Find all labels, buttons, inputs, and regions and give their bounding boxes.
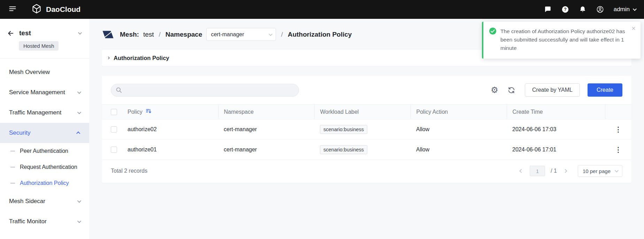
table-row: authorize01 cert-manager scenario:busine… — [102, 140, 631, 160]
mesh-value: test — [143, 31, 154, 38]
brand-name: DaoCloud — [46, 5, 80, 14]
sidebar: test Hosted Mesh Mesh Overview Service M… — [0, 19, 89, 239]
sidebar-item-label: Authorization Policy — [20, 180, 69, 186]
daocloud-logo-icon — [31, 3, 42, 16]
cell-policy-action: Allow — [416, 126, 429, 132]
breadcrumb-separator: / — [281, 31, 283, 38]
table-header-row: Policy Namespace Workload Label Policy A… — [102, 105, 631, 119]
refresh-icon[interactable] — [507, 85, 516, 95]
avatar-icon[interactable] — [596, 6, 604, 13]
row-checkbox[interactable] — [111, 147, 117, 153]
create-by-yaml-button[interactable]: Create by YAML — [525, 83, 580, 97]
close-icon[interactable]: × — [631, 25, 636, 32]
brand-logo[interactable]: DaoCloud — [31, 3, 80, 16]
table-footer: Total 2 records / 1 10 per page — [102, 160, 631, 183]
page-title: Authorization Policy — [288, 31, 352, 38]
chevron-down-icon — [77, 199, 81, 203]
chevron-down-icon — [77, 110, 81, 114]
cell-policy-action: Allow — [416, 147, 429, 152]
hamburger-icon — [8, 5, 17, 14]
breadcrumb-separator: / — [159, 31, 161, 38]
mesh-selector[interactable]: test — [19, 29, 73, 37]
mesh-label: Mesh: — [120, 31, 139, 38]
column-header-policy-action: Policy Action — [416, 109, 448, 115]
dash-icon — [10, 183, 15, 184]
toast-message: The creation of Authorization Policy aut… — [500, 27, 625, 52]
cell-policy: authorize01 — [128, 147, 157, 152]
chevron-down-icon — [615, 169, 619, 172]
success-check-icon — [489, 27, 497, 36]
svg-text:?: ? — [564, 7, 567, 12]
username: admin — [614, 6, 630, 13]
sidebar-item-peer-authentication[interactable]: Peer Authentication — [0, 143, 89, 159]
divider — [0, 58, 89, 59]
sidebar-item-label: Mesh Sidecar — [9, 198, 77, 205]
cell-namespace: cert-manager — [224, 147, 257, 152]
hosted-mesh-badge: Hosted Mesh — [19, 41, 59, 51]
cell-create-time: 2024-06-06 17:01 — [512, 147, 556, 152]
table-row: authorize02 cert-manager scenario:busine… — [102, 119, 631, 140]
column-header-workload-label: Workload Label — [320, 109, 359, 115]
message-icon[interactable] — [544, 6, 552, 13]
sidebar-item-mesh-sidecar[interactable]: Mesh Sidecar — [0, 191, 89, 211]
policy-table: Policy Namespace Workload Label Policy A… — [102, 104, 631, 160]
page-number-input[interactable] — [530, 166, 545, 176]
sidebar-item-label: Service Management — [9, 89, 77, 96]
chevron-right-icon — [107, 57, 110, 59]
sidebar-item-traffic-monitor[interactable]: Traffic Monitor — [0, 211, 89, 232]
page-count: / 1 — [551, 168, 557, 174]
chevron-down-icon[interactable] — [78, 31, 82, 35]
sidebar-item-mesh-overview[interactable]: Mesh Overview — [0, 62, 89, 82]
menu-toggle[interactable] — [8, 5, 17, 14]
search-box — [111, 84, 299, 97]
namespace-select-value: cert-manager — [211, 31, 244, 38]
cell-policy: authorize02 — [128, 126, 157, 132]
settings-gear-icon[interactable]: ⚙ — [490, 85, 499, 95]
per-page-value: 10 per page — [583, 168, 611, 174]
create-button[interactable]: Create — [588, 83, 622, 97]
row-actions-kebab-icon[interactable]: ⋮ — [613, 125, 624, 134]
toast-notification: The creation of Authorization Policy aut… — [482, 22, 641, 59]
sort-icon[interactable] — [146, 108, 152, 115]
row-checkbox[interactable] — [111, 126, 117, 133]
per-page-select[interactable]: 10 per page — [578, 165, 622, 177]
column-header-create-time: Create Time — [513, 109, 543, 115]
sidebar-item-label: Request Authentication — [20, 164, 77, 170]
column-header-policy: Policy — [128, 109, 143, 115]
sidebar-item-request-authentication[interactable]: Request Authentication — [0, 159, 89, 175]
back-arrow-icon[interactable] — [7, 30, 14, 37]
row-actions-kebab-icon[interactable]: ⋮ — [613, 145, 624, 154]
search-icon — [115, 87, 122, 95]
sidebar-item-security[interactable]: Security — [0, 123, 89, 143]
namespace-label: Namespace — [166, 31, 202, 38]
chevron-down-icon — [269, 32, 273, 36]
mesh-logo-icon — [102, 29, 114, 40]
panel-title: Authorization Policy — [114, 55, 169, 61]
bell-icon[interactable] — [579, 6, 586, 13]
chevron-down-icon — [77, 90, 81, 94]
select-all-checkbox[interactable] — [111, 109, 117, 115]
sidebar-item-service-management[interactable]: Service Management — [0, 82, 89, 103]
pagination: / 1 10 per page — [519, 165, 622, 177]
namespace-select[interactable]: cert-manager — [206, 28, 276, 41]
next-page-icon[interactable] — [562, 168, 568, 174]
dash-icon — [10, 167, 15, 167]
sidebar-item-authorization-policy[interactable]: Authorization Policy — [0, 175, 89, 191]
sidebar-item-label: Traffic Monitor — [9, 218, 77, 225]
cell-create-time: 2024-06-06 17:03 — [512, 126, 556, 132]
previous-page-icon[interactable] — [519, 168, 524, 174]
sidebar-item-traffic-management[interactable]: Traffic Management — [0, 103, 89, 123]
user-menu[interactable]: admin — [614, 6, 636, 13]
column-header-namespace: Namespace — [224, 109, 254, 115]
sidebar-item-label: Peer Authentication — [20, 148, 68, 154]
sidebar-item-label: Mesh Overview — [9, 69, 80, 76]
help-icon[interactable]: ? — [561, 6, 569, 13]
dash-icon — [10, 151, 15, 151]
policy-list-card: ⚙ Create by YAML Create — [102, 76, 631, 183]
gear-glyph: ⚙ — [491, 86, 498, 94]
sidebar-item-label: Traffic Management — [9, 109, 77, 116]
chevron-down-icon — [77, 219, 81, 223]
search-input[interactable] — [111, 84, 299, 97]
workload-label-tag: scenario:business — [320, 125, 367, 134]
total-records: Total 2 records — [111, 168, 147, 174]
